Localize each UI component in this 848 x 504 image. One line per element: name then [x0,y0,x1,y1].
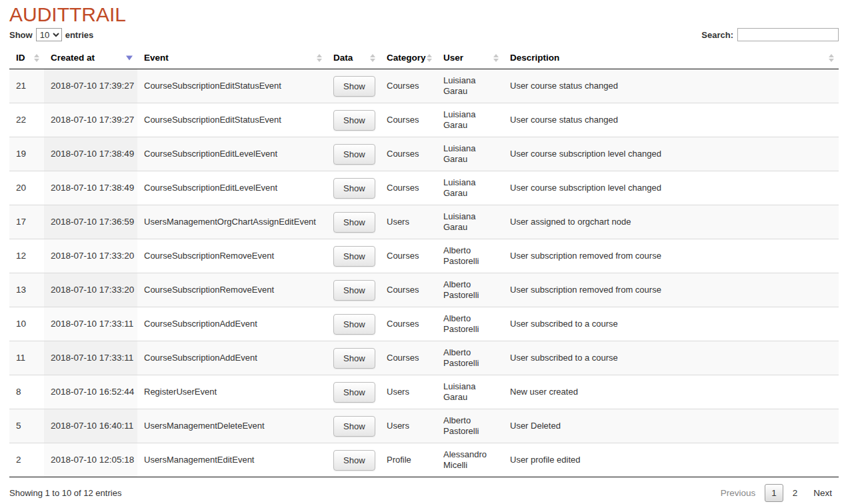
cell-category: Courses [380,273,437,307]
show-data-button[interactable]: Show [333,110,375,131]
show-data-button[interactable]: Show [333,280,375,301]
sort-both-icon [829,54,834,62]
show-entries-label-after: entries [65,30,94,40]
cell-category: Courses [380,307,437,341]
cell-event: CourseSubscriptionRemoveEvent [137,239,327,273]
cell-id: 12 [9,239,44,273]
cell-user: Luisiana Garau [437,137,503,171]
page-length-select[interactable]: 10 [36,28,62,41]
cell-data: Show [327,103,380,137]
column-header-user[interactable]: User [437,47,503,69]
search-label: Search: [701,30,733,40]
column-header-description[interactable]: Description [503,47,839,69]
cell-category: Users [380,409,437,443]
cell-description: User Deleted [503,409,839,443]
cell-created_at: 2018-07-10 16:52:44 [44,375,137,409]
show-data-button[interactable]: Show [333,382,375,403]
cell-event: CourseSubscriptionEditLevelEvent [137,137,327,171]
page-title: AUDITTRAIL [9,3,839,27]
cell-user: Luisiana Garau [437,205,503,239]
column-header-id[interactable]: ID [9,47,44,69]
table-row: 82018-07-10 16:52:44RegisterUserEventSho… [9,375,839,409]
column-label: Data [333,53,353,63]
table-row: 172018-07-10 17:36:59UsersManagementOrgC… [9,205,839,239]
cell-description: User course status changed [503,103,839,137]
show-data-button[interactable]: Show [333,212,375,233]
show-data-button[interactable]: Show [333,348,375,369]
cell-description: User course status changed [503,69,839,103]
show-data-button[interactable]: Show [333,416,375,437]
show-entries-control: Show 10 entries [9,28,93,41]
column-label: Description [510,53,559,63]
show-data-button[interactable]: Show [333,246,375,267]
cell-description: User subscription removed from course [503,273,839,307]
pagination-next-button[interactable]: Next [807,484,839,502]
cell-description: User course subscription level changed [503,171,839,205]
cell-id: 10 [9,307,44,341]
cell-category: Users [380,205,437,239]
table-row: 192018-07-10 17:38:49CourseSubscriptionE… [9,137,839,171]
cell-data: Show [327,375,380,409]
column-header-event[interactable]: Event [137,47,327,69]
cell-description: User profile edited [503,443,839,477]
cell-category: Courses [380,103,437,137]
show-data-button[interactable]: Show [333,144,375,165]
table-row: 212018-07-10 17:39:27CourseSubscriptionE… [9,69,839,103]
show-data-button[interactable]: Show [333,178,375,199]
cell-id: 17 [9,205,44,239]
table-header-row: IDCreated atEventDataCategoryUserDescrip… [9,47,839,69]
cell-data: Show [327,205,380,239]
cell-id: 5 [9,409,44,443]
pagination-previous-button[interactable]: Previous [714,484,763,502]
column-header-data[interactable]: Data [327,47,380,69]
cell-description: User subscription removed from course [503,239,839,273]
cell-created_at: 2018-07-10 17:33:20 [44,273,137,307]
cell-user: Alberto Pastorelli [437,341,503,375]
cell-id: 2 [9,443,44,477]
cell-id: 20 [9,171,44,205]
cell-event: CourseSubscriptionEditLevelEvent [137,171,327,205]
cell-user: Luisiana Garau [437,375,503,409]
cell-data: Show [327,307,380,341]
cell-created_at: 2018-07-10 17:33:11 [44,341,137,375]
search-input[interactable] [737,28,839,41]
sort-both-icon [370,54,375,62]
cell-id: 11 [9,341,44,375]
cell-data: Show [327,69,380,103]
sort-both-icon [493,54,499,62]
cell-created_at: 2018-07-10 17:38:49 [44,137,137,171]
sort-both-icon [34,54,39,62]
sort-both-icon [427,54,432,62]
table-row: 22018-07-10 12:05:18UsersManagementEditE… [9,443,839,477]
table-row: 52018-07-10 16:40:11UsersManagementDelet… [9,409,839,443]
show-data-button[interactable]: Show [333,450,375,471]
cell-data: Show [327,171,380,205]
cell-data: Show [327,137,380,171]
cell-user: Alessandro Micelli [437,443,503,477]
table-footer: Showing 1 to 10 of 12 entries Previous12… [9,477,839,502]
pagination-page-1[interactable]: 1 [765,484,783,502]
search-control: Search: [701,28,839,41]
cell-user: Alberto Pastorelli [437,273,503,307]
cell-category: Users [380,375,437,409]
cell-created_at: 2018-07-10 12:05:18 [44,443,137,477]
show-data-button[interactable]: Show [333,76,375,97]
cell-event: CourseSubscriptionRemoveEvent [137,273,327,307]
cell-description: New user created [503,375,839,409]
page: AUDITTRAIL Show 10 entries Search: IDCre… [0,0,848,502]
cell-created_at: 2018-07-10 17:33:11 [44,307,137,341]
cell-user: Luisiana Garau [437,69,503,103]
sort-desc-icon [126,55,133,60]
column-label: Created at [51,53,95,63]
column-header-created_at[interactable]: Created at [44,47,137,69]
column-header-category[interactable]: Category [380,47,437,69]
cell-id: 8 [9,375,44,409]
cell-category: Profile [380,443,437,477]
pagination-page-2[interactable]: 2 [786,484,805,502]
cell-event: UsersManagementEditEvent [137,443,327,477]
show-data-button[interactable]: Show [333,314,375,335]
cell-user: Luisiana Garau [437,171,503,205]
cell-event: CourseSubscriptionEditStatusEvent [137,103,327,137]
cell-id: 13 [9,273,44,307]
column-label: ID [16,53,25,63]
